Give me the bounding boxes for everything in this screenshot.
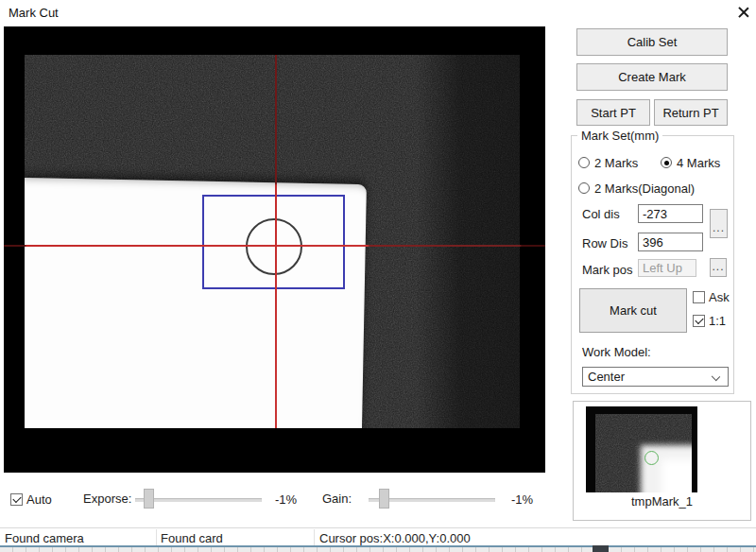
mark-circle <box>246 218 302 275</box>
calib-set-button[interactable]: Calib Set <box>576 28 728 56</box>
gain-value: -1% <box>511 492 533 507</box>
mark-set-group-label: Mark Set(mm) <box>577 129 662 143</box>
thumbnail-panel: tmpMark_1 <box>573 401 751 521</box>
radio-4-marks-label: 4 Marks <box>677 156 720 170</box>
thumbnail-noise-texture <box>595 414 692 492</box>
window-title: Mark Cut <box>9 6 59 20</box>
mark-pos-browse-button[interactable]: ... <box>710 258 727 277</box>
radio-2-marks-diagonal[interactable] <box>578 182 590 194</box>
row-dis-label: Row Dis <box>582 236 627 250</box>
gain-label: Gain: <box>322 492 352 506</box>
col-row-dis-browse-button[interactable]: ... <box>710 209 728 238</box>
radio-2-marks-diagonal-label: 2 Marks(Diagonal) <box>594 181 695 196</box>
thumbnail-mark-circle-icon <box>644 451 659 465</box>
gain-slider-thumb[interactable] <box>379 489 389 509</box>
camera-view[interactable] <box>4 26 545 473</box>
taskbar-strip <box>0 547 756 552</box>
ask-checkbox-label: Ask <box>709 290 730 304</box>
mark-cut-button[interactable]: Mark cut <box>579 288 687 333</box>
exposure-value: -1% <box>275 492 297 507</box>
work-model-select[interactable]: Center <box>582 367 729 387</box>
auto-checkbox-label: Auto <box>26 492 52 507</box>
close-icon <box>737 6 750 19</box>
close-button[interactable] <box>733 2 754 23</box>
col-dis-input[interactable] <box>638 204 703 223</box>
auto-checkbox[interactable] <box>10 493 23 506</box>
camera-image <box>25 55 520 428</box>
ask-checkbox[interactable] <box>693 291 705 303</box>
radio-4-marks[interactable] <box>661 157 672 168</box>
exposure-label: Exporse: <box>83 492 131 506</box>
ratio-1-1-checkbox[interactable] <box>693 315 705 327</box>
taskbar-item <box>593 545 609 552</box>
start-pt-button[interactable]: Start PT <box>576 99 650 126</box>
status-card: Found card <box>161 531 223 545</box>
return-pt-button[interactable]: Return PT <box>654 99 728 126</box>
col-dis-label: Col dis <box>582 207 620 221</box>
status-cursor-pos: Cursor pos:X:0.000,Y:0.000 <box>319 531 471 545</box>
mark-pos-input <box>638 259 696 277</box>
crosshair-vertical-line <box>275 55 277 428</box>
thumbnail-card-glow <box>662 459 692 492</box>
title-bar: Mark Cut <box>0 0 756 26</box>
exposure-slider-track[interactable] <box>135 498 262 502</box>
thumbnail-image[interactable] <box>586 406 697 492</box>
exposure-slider-thumb[interactable] <box>144 489 154 509</box>
radio-2-marks-label: 2 Marks <box>594 156 638 170</box>
create-mark-button[interactable]: Create Mark <box>576 63 728 91</box>
row-dis-input[interactable] <box>638 233 703 251</box>
mark-pos-label: Mark pos <box>582 263 632 277</box>
status-bar: Found camera Found card Cursor pos:X:0.0… <box>0 527 756 545</box>
status-divider <box>156 529 157 545</box>
work-model-selected-value: Center <box>588 370 625 384</box>
status-camera: Found camera <box>5 531 84 545</box>
status-divider <box>314 529 315 545</box>
radio-2-marks[interactable] <box>578 157 590 168</box>
chevron-down-icon <box>712 372 720 381</box>
work-model-label: Work Model: <box>582 345 651 359</box>
ratio-1-1-checkbox-label: 1:1 <box>709 314 726 328</box>
thumbnail-label: tmpMark_1 <box>574 494 750 509</box>
